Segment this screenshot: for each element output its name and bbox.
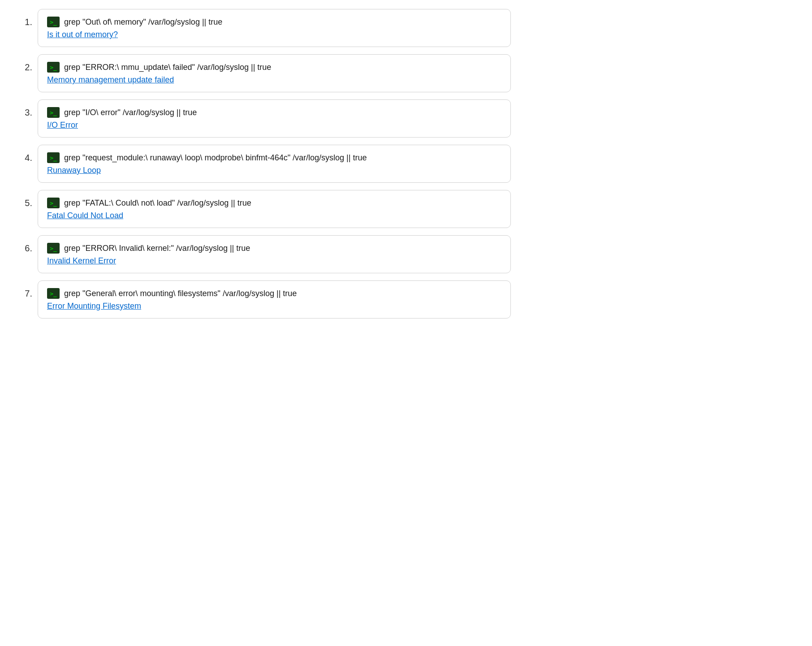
command-text: grep "General\ error\ mounting\ filesyst…	[64, 289, 297, 298]
command-row: >_grep "General\ error\ mounting\ filesy…	[47, 288, 501, 299]
list-item: 5.>_grep "FATAL:\ Could\ not\ load" /var…	[18, 190, 511, 228]
list-item: 4.>_grep "request_module:\ runaway\ loop…	[18, 145, 511, 183]
item-number: 2.	[18, 54, 38, 73]
item-link[interactable]: I/O Error	[47, 121, 78, 130]
list-item: 3.>_grep "I/O\ error" /var/log/syslog ||…	[18, 99, 511, 138]
item-card: >_grep "General\ error\ mounting\ filesy…	[38, 280, 511, 319]
item-link[interactable]: Runaway Loop	[47, 166, 101, 175]
command-text: grep "Out\ of\ memory" /var/log/syslog |…	[64, 17, 222, 27]
terminal-icon: >_	[47, 243, 60, 254]
list-item: 2.>_grep "ERROR:\ mmu_update\ failed" /v…	[18, 54, 511, 92]
command-text: grep "I/O\ error" /var/log/syslog || tru…	[64, 108, 197, 117]
item-link[interactable]: Is it out of memory?	[47, 30, 118, 39]
command-text: grep "request_module:\ runaway\ loop\ mo…	[64, 153, 367, 163]
command-row: >_grep "request_module:\ runaway\ loop\ …	[47, 152, 501, 163]
item-number: 4.	[18, 145, 38, 163]
command-text: grep "ERROR\ Invalid\ kernel:" /var/log/…	[64, 244, 250, 253]
command-row: >_grep "ERROR:\ mmu_update\ failed" /var…	[47, 62, 501, 73]
command-row: >_grep "ERROR\ Invalid\ kernel:" /var/lo…	[47, 243, 501, 254]
item-number: 7.	[18, 280, 38, 299]
command-row: >_grep "I/O\ error" /var/log/syslog || t…	[47, 107, 501, 118]
item-number: 6.	[18, 235, 38, 254]
terminal-icon: >_	[47, 198, 60, 208]
item-card: >_grep "request_module:\ runaway\ loop\ …	[38, 145, 511, 183]
command-row: >_grep "FATAL:\ Could\ not\ load" /var/l…	[47, 198, 501, 208]
terminal-icon: >_	[47, 288, 60, 299]
item-link[interactable]: Fatal Could Not Load	[47, 211, 123, 220]
item-number: 5.	[18, 190, 38, 208]
item-card: >_grep "ERROR\ Invalid\ kernel:" /var/lo…	[38, 235, 511, 273]
terminal-icon: >_	[47, 152, 60, 163]
item-link[interactable]: Error Mounting Filesystem	[47, 301, 141, 311]
item-card: >_grep "I/O\ error" /var/log/syslog || t…	[38, 99, 511, 138]
command-text: grep "FATAL:\ Could\ not\ load" /var/log…	[64, 198, 251, 208]
item-card: >_grep "ERROR:\ mmu_update\ failed" /var…	[38, 54, 511, 92]
terminal-icon: >_	[47, 17, 60, 27]
item-number: 1.	[18, 9, 38, 27]
item-card: >_grep "Out\ of\ memory" /var/log/syslog…	[38, 9, 511, 47]
terminal-icon: >_	[47, 107, 60, 118]
item-link[interactable]: Invalid Kernel Error	[47, 256, 116, 266]
item-link[interactable]: Memory management update failed	[47, 75, 174, 85]
command-text: grep "ERROR:\ mmu_update\ failed" /var/l…	[64, 63, 271, 72]
list-item: 1.>_grep "Out\ of\ memory" /var/log/sysl…	[18, 9, 511, 47]
item-number: 3.	[18, 99, 38, 118]
item-card: >_grep "FATAL:\ Could\ not\ load" /var/l…	[38, 190, 511, 228]
command-row: >_grep "Out\ of\ memory" /var/log/syslog…	[47, 17, 501, 27]
list-item: 7.>_grep "General\ error\ mounting\ file…	[18, 280, 511, 319]
list-item: 6.>_grep "ERROR\ Invalid\ kernel:" /var/…	[18, 235, 511, 273]
terminal-icon: >_	[47, 62, 60, 73]
main-list: 1.>_grep "Out\ of\ memory" /var/log/sysl…	[18, 9, 511, 319]
